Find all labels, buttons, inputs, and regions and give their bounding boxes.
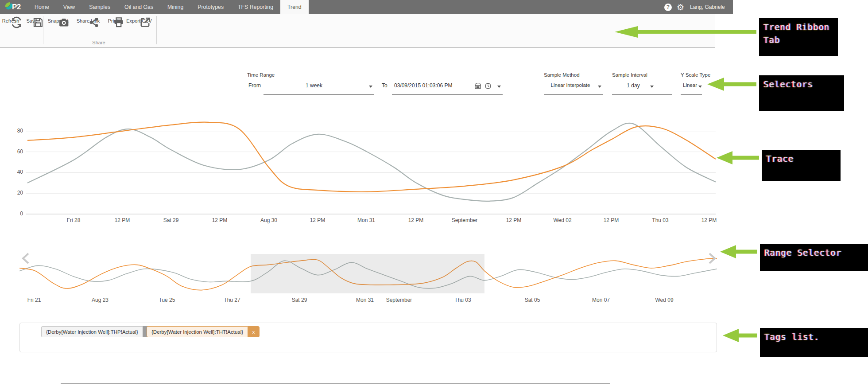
x-axis-tick: Thu 03: [652, 217, 668, 223]
annotation-arrow-icon: [707, 78, 756, 91]
nav-item-view[interactable]: View: [56, 0, 82, 14]
nav-item-oil-and-gas[interactable]: Oil and Gas: [117, 0, 160, 14]
clock-icon[interactable]: [484, 82, 492, 90]
sample-method-value: Linear interpolate: [544, 82, 597, 88]
trace-line-thp[interactable]: [27, 123, 716, 201]
tags-list-container[interactable]: {Derby[Water Injection Well]:THP!Actual}…: [19, 323, 717, 352]
toolbar-separator: [156, 16, 157, 44]
sample-method-label: Sample Method: [544, 72, 580, 78]
range-selector-tick: Wed 09: [655, 297, 673, 303]
trend-main-chart: [0, 115, 735, 224]
trend-ribbon-toolbar: Share RefreshSaveSnapshotShare LinkPrint…: [0, 14, 715, 48]
chevron-down-icon: [650, 86, 654, 88]
range-selector-tick: Sat 29: [292, 297, 307, 303]
x-axis-tick: Fri 28: [67, 217, 81, 223]
top-nav-bar: P2 HomeViewSamplesOil and GasMiningProto…: [0, 0, 733, 14]
calendar-icon[interactable]: [474, 82, 481, 90]
from-range-select[interactable]: 1 week: [264, 81, 374, 95]
nav-item-tfs-reporting[interactable]: TFS Reporting: [231, 0, 280, 14]
refresh-button[interactable]: Refresh: [2, 16, 19, 23]
y-axis-tick: 20: [10, 190, 23, 196]
range-selector-tick: Thu 27: [224, 297, 240, 303]
chevron-down-icon: [698, 86, 702, 88]
toolbar-separator: [43, 16, 43, 44]
nav-item-prototypes[interactable]: Prototypes: [190, 0, 231, 14]
x-axis-tick: 12 PM: [408, 217, 424, 223]
range-selection-region[interactable]: [251, 254, 484, 293]
gear-icon[interactable]: ⚙: [677, 3, 684, 12]
annotation-note-selectors: Selectors: [759, 75, 844, 111]
y-scale-type-value: Linear: [683, 82, 692, 88]
range-selector-tick: Tue 25: [159, 297, 175, 303]
export-csv-button[interactable]: Export CSV: [126, 16, 151, 23]
from-label: From: [248, 82, 261, 89]
chevron-down-icon: [598, 86, 601, 88]
range-selector-tick: Mon 07: [592, 297, 610, 303]
tag-pill-thp: {Derby[Water Injection Well]:THP!Actual}…: [41, 326, 155, 337]
annotation-note-trace: Trace: [762, 150, 841, 181]
tag-pill-tht: {Derby[Water Injection Well]:THT!Actual}…: [147, 326, 260, 337]
help-icon[interactable]: ?: [664, 4, 672, 11]
y-axis-tick: 60: [10, 148, 23, 155]
p2-logo[interactable]: P2: [4, 1, 25, 13]
x-axis-tick: 12 PM: [701, 217, 717, 223]
tag-remove-button[interactable]: x: [248, 326, 260, 337]
annotation-arrow-icon: [723, 329, 757, 342]
sample-interval-label: Sample Interval: [612, 72, 647, 78]
chevron-down-icon: [497, 86, 501, 88]
y-axis-tick: 0: [10, 211, 23, 217]
x-axis-tick: Aug 30: [260, 217, 277, 223]
range-selector-tick: September: [386, 297, 412, 303]
y-axis-tick: 80: [10, 128, 23, 134]
tag-label: {Derby[Water Injection Well]:THP!Actual}: [41, 326, 143, 337]
chevron-down-icon: [369, 86, 372, 88]
nav-right-group: ? ⚙ Lang, Gabriele: [664, 0, 725, 14]
sample-interval-select[interactable]: 1 day: [612, 81, 672, 95]
sample-interval-value: 1 day: [612, 82, 655, 89]
p2-logo-text: P2: [12, 3, 21, 12]
to-datetime-input[interactable]: 03/09/2015 01:03:06 PM: [392, 81, 503, 95]
x-axis-tick: Mon 31: [357, 217, 375, 223]
range-selector-chart[interactable]: [0, 248, 735, 297]
nav-item-samples[interactable]: Samples: [82, 0, 117, 14]
user-name[interactable]: Lang, Gabriele: [689, 4, 725, 10]
annotation-note-trend-ribbon-tab: Trend Ribbon Tab: [759, 18, 838, 56]
x-axis-tick: Sat 29: [163, 217, 179, 223]
y-scale-type-label: Y Scale Type: [681, 72, 710, 78]
y-scale-type-select[interactable]: Linear: [681, 81, 702, 95]
nav-item-trend[interactable]: Trend: [280, 0, 309, 14]
tag-label: {Derby[Water Injection Well]:THT!Actual}: [147, 326, 248, 337]
print-button[interactable]: Print: [108, 16, 118, 23]
nav-menu: HomeViewSamplesOil and GasMiningPrototyp…: [27, 0, 309, 14]
time-range-label: Time Range: [247, 72, 275, 78]
snapshot-button[interactable]: Snapshot: [48, 16, 68, 23]
bottom-divider: [61, 383, 610, 384]
annotation-note-tags-list: Tags list.: [760, 328, 868, 357]
x-axis-tick: 12 PM: [310, 217, 326, 223]
range-selector-tick: Thu 03: [454, 297, 471, 303]
x-axis-tick: 12 PM: [506, 217, 522, 223]
annotation-note-range-selector: Range Selector: [760, 244, 868, 271]
range-selector-tick: Fri 21: [27, 297, 41, 303]
ribbon-group-label: Share: [92, 40, 105, 45]
y-axis-tick: 40: [10, 169, 23, 175]
to-label: To: [382, 82, 388, 89]
save-button[interactable]: Save: [26, 16, 37, 23]
nav-item-mining[interactable]: Mining: [160, 0, 190, 14]
from-range-value: 1 week: [264, 82, 364, 89]
range-selector-tick: Mon 31: [356, 297, 374, 303]
nav-item-home[interactable]: Home: [27, 0, 56, 14]
sample-method-select[interactable]: Linear interpolate: [544, 81, 603, 95]
range-selector-tick: Aug 23: [92, 297, 108, 303]
x-axis-tick: September: [452, 217, 478, 223]
x-axis-tick: 12 PM: [212, 217, 228, 223]
x-axis-tick: Wed 02: [553, 217, 571, 223]
x-axis-tick: 12 PM: [115, 217, 130, 223]
x-axis-tick: 12 PM: [604, 217, 619, 223]
range-scroll-left-icon[interactable]: [23, 253, 28, 263]
range-selector-tick: Sat 05: [525, 297, 540, 303]
share-link-button[interactable]: Share Link: [77, 16, 100, 23]
trace-line-tht[interactable]: [27, 122, 716, 192]
